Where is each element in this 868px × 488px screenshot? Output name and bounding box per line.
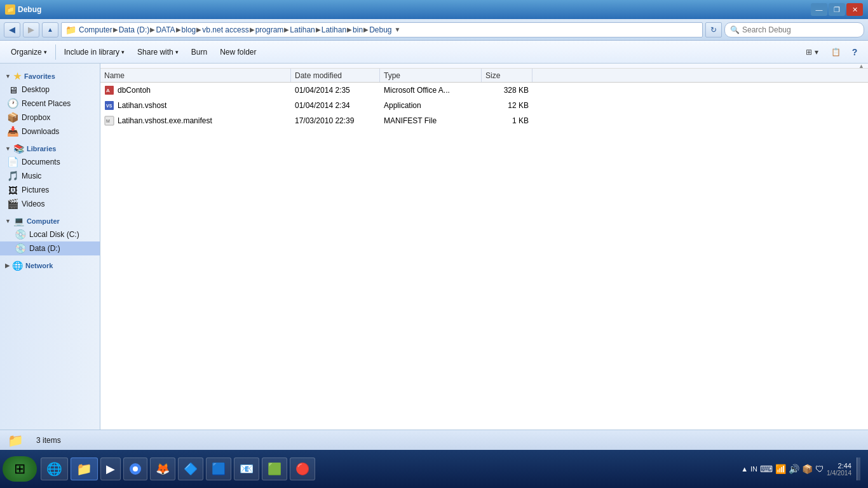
manifest-file-icon: M (104, 116, 114, 126)
table-row[interactable]: A dbContoh 01/04/2014 2:35 Microsoft Off… (100, 83, 868, 98)
sidebar-item-music[interactable]: 🎵 Music (0, 169, 100, 183)
sidebar-item-data-d[interactable]: 💿 Data (D:) (0, 241, 100, 255)
search-input[interactable] (742, 25, 858, 34)
tray-expand-icon[interactable]: ▲ (741, 465, 748, 473)
svg-text:VS: VS (106, 104, 112, 108)
table-row[interactable]: M Latihan.vshost.exe.manifest 17/03/2010… (100, 113, 868, 128)
toolbar-separator-1 (55, 44, 56, 60)
downloads-icon: 📥 (8, 126, 18, 137)
breadcrumb-computer[interactable]: Computer (79, 25, 112, 34)
taskbar: ⊞ 🌐 📁 ▶ 🦊 🔷 🟦 📧 🟩 🔴 ▲ IN ⌨ 📶 🔊 📦 🛡 2:44 … (0, 450, 868, 488)
sidebar-item-local-disk[interactable]: 💿 Local Disk (C:) (0, 227, 100, 241)
sidebar-item-downloads[interactable]: 📥 Downloads (0, 125, 100, 139)
show-desktop-button[interactable] (857, 458, 860, 480)
address-bar[interactable]: 📁 Computer ▶ Data (D:) ▶ DATA ▶ blog ▶ v… (61, 22, 703, 37)
tray-security-icon: 🛡 (815, 464, 824, 474)
favorites-section: ▼ ★ Favorites 🖥 Desktop 🕐 Recent Places … (0, 69, 100, 139)
vshost-file-icon: VS (104, 100, 114, 111)
preview-pane-button[interactable]: 📋 (827, 44, 844, 60)
up-button[interactable]: ▲ (42, 22, 58, 37)
libraries-section: ▼ 📚 Libraries 📄 Documents 🎵 Music 🖼 Pict… (0, 141, 100, 211)
new-folder-button[interactable]: New folder (214, 43, 262, 61)
refresh-button[interactable]: ↻ (705, 22, 722, 37)
status-folder-icon: 📁 (8, 433, 24, 448)
breadcrumb-vbnet[interactable]: vb.net access (202, 25, 248, 34)
breadcrumb-program[interactable]: program (255, 25, 284, 34)
burn-button[interactable]: Burn (186, 43, 213, 61)
breadcrumb-latihan2[interactable]: Latihan (322, 25, 346, 34)
taskbar-email[interactable]: 📧 (234, 458, 259, 480)
breadcrumb-data[interactable]: DATA (156, 25, 175, 34)
taskbar-app2[interactable]: 🟦 (206, 458, 231, 480)
dropbox-icon: 📦 (8, 112, 18, 123)
tray-input-lang: IN (750, 465, 757, 473)
window-controls: — ❐ ✕ (811, 3, 863, 16)
sidebar-item-recent-places[interactable]: 🕐 Recent Places (0, 97, 100, 111)
sidebar-item-documents[interactable]: 📄 Documents (0, 155, 100, 169)
svg-point-7 (133, 466, 138, 471)
network-section: ▶ 🌐 Network (0, 258, 100, 272)
column-header-date[interactable]: Date modified (291, 69, 380, 82)
column-header-size[interactable]: Size (482, 69, 532, 82)
breadcrumb-blog[interactable]: blog (182, 25, 196, 34)
maximize-button[interactable]: ❐ (829, 3, 845, 16)
local-disk-icon: 💿 (15, 229, 25, 240)
window-title: Debug (18, 5, 41, 14)
toolbar: Organize ▾ Include in library ▾ Share wi… (0, 41, 868, 64)
tray-volume-icon: 🔊 (789, 464, 799, 474)
breadcrumb-bin[interactable]: bin (353, 25, 363, 34)
back-button[interactable]: ◀ (4, 22, 20, 37)
close-button[interactable]: ✕ (846, 3, 863, 16)
network-expand-icon: ▶ (5, 262, 10, 269)
libraries-expand-icon: ▼ (5, 146, 11, 152)
favorites-header[interactable]: ▼ ★ Favorites (0, 69, 100, 83)
computer-expand-icon: ▼ (5, 218, 11, 224)
taskbar-chrome[interactable] (123, 458, 147, 480)
start-button[interactable]: ⊞ (3, 456, 37, 482)
breadcrumb-latihan1[interactable]: Latihan (290, 25, 315, 34)
address-bar-icon: 📁 (65, 25, 76, 35)
toolbar-right: ⊞ ▾ 📋 ? (799, 44, 863, 60)
sidebar-item-desktop[interactable]: 🖥 Desktop (0, 83, 100, 97)
favorites-star-icon: ★ (13, 71, 22, 81)
breadcrumb-datad[interactable]: Data (D:) (119, 25, 150, 34)
favorites-expand-icon: ▼ (5, 73, 11, 79)
pictures-icon: 🖼 (8, 185, 18, 195)
desktop-icon: 🖥 (8, 85, 18, 95)
libraries-header[interactable]: ▼ 📚 Libraries (0, 141, 100, 155)
view-options-button[interactable]: ⊞ ▾ (799, 44, 825, 60)
documents-icon: 📄 (8, 157, 18, 167)
table-row[interactable]: VS Latihan.vshost 01/04/2014 2:34 Applic… (100, 98, 868, 113)
taskbar-firefox[interactable]: 🦊 (150, 458, 175, 480)
taskbar-app3[interactable]: 🟩 (262, 458, 287, 480)
share-dropdown-icon: ▾ (175, 49, 179, 55)
forward-button[interactable]: ▶ (23, 22, 39, 37)
taskbar-app4[interactable]: 🔴 (290, 458, 315, 480)
breadcrumb-debug[interactable]: Debug (369, 25, 391, 34)
computer-header[interactable]: ▼ 💻 Computer (0, 214, 100, 227)
libraries-icon: 📚 (13, 144, 24, 154)
sidebar-item-dropbox[interactable]: 📦 Dropbox (0, 111, 100, 125)
minimize-button[interactable]: — (811, 3, 827, 16)
address-dropdown-arrow[interactable]: ▼ (395, 26, 401, 33)
organize-button[interactable]: Organize ▾ (5, 43, 53, 61)
search-icon: 🔍 (730, 25, 740, 34)
taskbar-media[interactable]: ▶ (100, 458, 121, 480)
taskbar-ie[interactable]: 🌐 (41, 458, 68, 480)
column-header-name[interactable]: Name (100, 69, 291, 82)
sidebar-item-videos[interactable]: 🎬 Videos (0, 197, 100, 211)
help-button[interactable]: ? (846, 44, 863, 60)
column-header-type[interactable]: Type (380, 69, 482, 82)
title-bar-left: 📁 Debug (5, 4, 41, 15)
network-header[interactable]: ▶ 🌐 Network (0, 258, 100, 272)
status-item-count: 3 items (36, 436, 61, 445)
share-with-button[interactable]: Share with ▾ (132, 43, 184, 61)
include-library-button[interactable]: Include in library ▾ (58, 43, 130, 61)
access-file-icon: A (104, 85, 114, 95)
status-bar: 📁 3 items (0, 430, 868, 450)
sidebar-item-pictures[interactable]: 🖼 Pictures (0, 183, 100, 197)
search-bar: 🔍 (724, 22, 864, 37)
sort-indicator-bar: ▲ (100, 64, 868, 69)
taskbar-app1[interactable]: 🔷 (178, 458, 203, 480)
taskbar-explorer[interactable]: 📁 (71, 458, 98, 480)
